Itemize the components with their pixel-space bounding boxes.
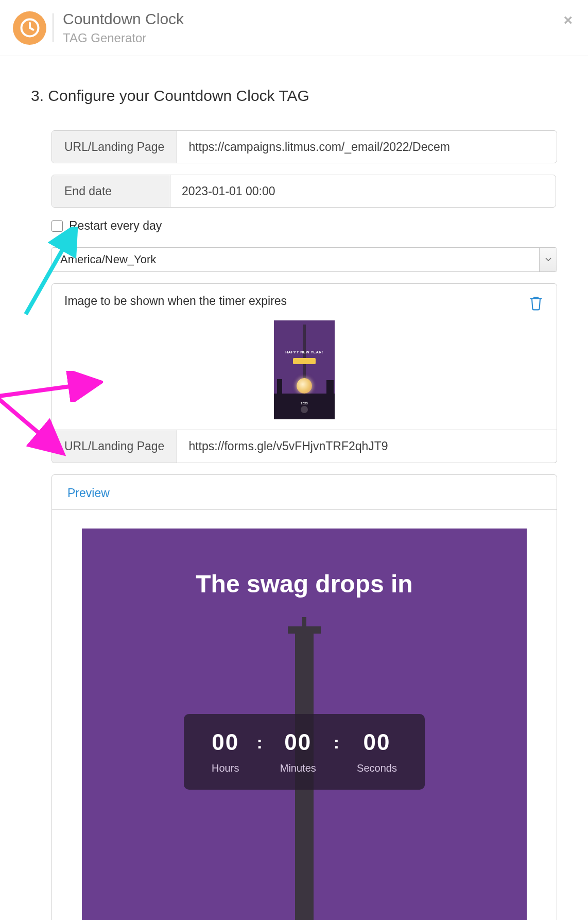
restart-label: Restart every day xyxy=(69,219,162,233)
restart-checkbox[interactable] xyxy=(51,220,63,232)
seconds-column: 00 Seconds xyxy=(357,729,397,774)
form-area: URL/Landing Page End date Restart every … xyxy=(51,130,557,920)
modal-header: Countdown Clock TAG Generator × xyxy=(0,0,588,56)
enddate-label: End date xyxy=(52,175,170,207)
minutes-value: 00 xyxy=(284,729,312,755)
enddate-input-group: End date xyxy=(51,175,556,208)
modal-content: 3. Configure your Countdown Clock TAG UR… xyxy=(0,56,588,920)
thumb-year: 2023 xyxy=(301,402,307,405)
trash-icon[interactable] xyxy=(528,294,544,314)
header-title: Countdown Clock xyxy=(63,10,184,28)
restart-checkbox-row: Restart every day xyxy=(51,219,557,233)
preview-heading: The swag drops in xyxy=(82,529,527,598)
url2-input-group: URL/Landing Page xyxy=(51,430,557,463)
section-heading: 3. Configure your Countdown Clock TAG xyxy=(31,87,557,105)
timezone-value: America/New_York xyxy=(52,248,539,271)
expire-image-thumbnail[interactable]: HAPPY NEW YEAR! 2023 xyxy=(274,320,335,419)
countdown-display: 00 Hours : 00 Minutes : 00 Seconds xyxy=(184,714,425,790)
close-icon[interactable]: × xyxy=(563,12,573,28)
preview-image: The swag drops in 00 Hours : 00 Minutes … xyxy=(82,529,527,920)
url-label: URL/Landing Page xyxy=(52,131,177,163)
timezone-select[interactable]: America/New_York xyxy=(51,247,557,272)
url-input-group: URL/Landing Page xyxy=(51,130,557,163)
clock-icon xyxy=(13,11,46,45)
expire-image-panel: Image to be shown when the timer expires… xyxy=(51,283,557,430)
url2-label: URL/Landing Page xyxy=(52,430,177,463)
seconds-label: Seconds xyxy=(357,762,397,774)
hours-column: 00 Hours xyxy=(212,729,239,774)
chevron-down-icon xyxy=(539,248,557,271)
thumb-caption: HAPPY NEW YEAR! xyxy=(274,350,335,354)
hours-value: 00 xyxy=(212,729,239,755)
header-divider xyxy=(53,13,54,42)
separator: : xyxy=(256,729,262,753)
minutes-label: Minutes xyxy=(280,762,316,774)
seconds-value: 00 xyxy=(364,729,391,755)
preview-section: Preview The swag drops in 00 Hours : 00 … xyxy=(51,474,557,920)
minutes-column: 00 Minutes xyxy=(280,729,316,774)
header-subtitle: TAG Generator xyxy=(63,31,184,45)
url2-input[interactable] xyxy=(177,439,557,453)
url-input[interactable] xyxy=(177,140,557,154)
separator: : xyxy=(334,729,339,753)
expire-image-label: Image to be shown when the timer expires xyxy=(64,294,544,308)
preview-tab[interactable]: Preview xyxy=(52,475,557,510)
preview-body: The swag drops in 00 Hours : 00 Minutes … xyxy=(52,510,557,920)
enddate-input[interactable] xyxy=(170,184,556,198)
header-titles: Countdown Clock TAG Generator xyxy=(63,10,184,45)
hours-label: Hours xyxy=(212,762,239,774)
